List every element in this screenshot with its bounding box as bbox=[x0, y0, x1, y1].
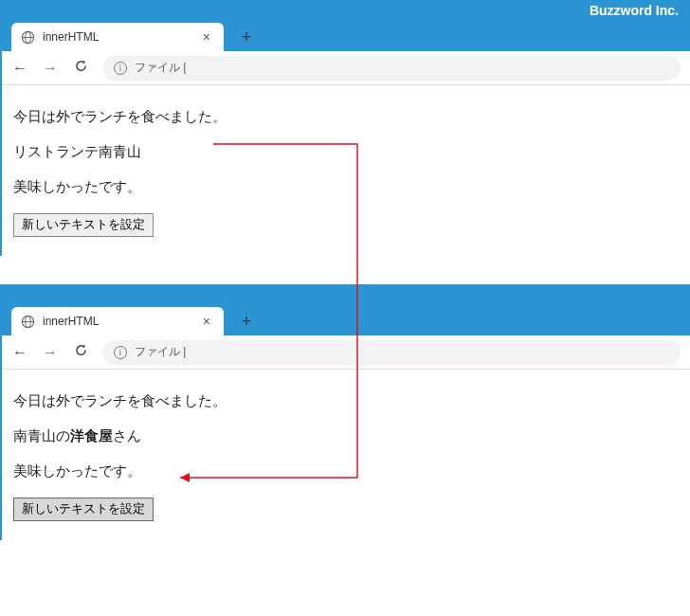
tab-bar: innerHTML × + bbox=[2, 305, 690, 335]
reload-icon[interactable] bbox=[72, 59, 89, 77]
back-icon[interactable]: ← bbox=[11, 60, 28, 77]
page-content: 今日は外でランチを食べました。 リストランテ南青山 美味しかったです。 新しいテ… bbox=[2, 85, 690, 256]
tab-title: innerHTML bbox=[43, 30, 191, 44]
page-content: 今日は外でランチを食べました。 南青山の洋食屋さん 美味しかったです。 新しいテ… bbox=[2, 370, 690, 540]
paragraph-2: 南青山の洋食屋さん bbox=[13, 427, 679, 445]
paragraph-2: リストランテ南青山 bbox=[13, 143, 679, 161]
tab-bar: innerHTML × + bbox=[2, 21, 690, 51]
new-tab-button[interactable]: + bbox=[233, 308, 260, 335]
forward-icon[interactable]: → bbox=[42, 60, 59, 77]
tab-title: innerHTML bbox=[43, 315, 191, 328]
toolbar: ← → i ファイル | bbox=[2, 335, 690, 370]
set-text-button[interactable]: 新しいテキストを設定 bbox=[13, 498, 154, 521]
brand-label: Buzzword Inc. bbox=[590, 3, 679, 18]
address-text: ファイル | bbox=[135, 344, 186, 360]
new-tab-button[interactable]: + bbox=[233, 24, 260, 50]
browser-tab[interactable]: innerHTML × bbox=[11, 23, 224, 51]
panel-gap bbox=[0, 256, 690, 284]
browser-window-top: Buzzword Inc. innerHTML × + ← → i ファイル |… bbox=[0, 0, 690, 256]
paragraph-1: 今日は外でランチを食べました。 bbox=[13, 392, 679, 410]
paragraph-3: 美味しかったです。 bbox=[13, 178, 679, 196]
title-bar bbox=[2, 284, 690, 305]
browser-window-bottom: innerHTML × + ← → i ファイル | 今日は外でランチを食べまし… bbox=[0, 284, 690, 540]
address-bar[interactable]: i ファイル | bbox=[102, 340, 681, 365]
reload-icon[interactable] bbox=[72, 343, 89, 361]
forward-icon[interactable]: → bbox=[42, 344, 59, 361]
toolbar: ← → i ファイル | bbox=[2, 51, 690, 85]
paragraph-1: 今日は外でランチを食べました。 bbox=[13, 108, 679, 126]
globe-icon bbox=[21, 315, 35, 329]
set-text-button[interactable]: 新しいテキストを設定 bbox=[13, 213, 154, 237]
bold-text: 洋食屋 bbox=[70, 427, 113, 444]
title-bar: Buzzword Inc. bbox=[2, 0, 690, 21]
info-icon[interactable]: i bbox=[114, 62, 127, 75]
globe-icon bbox=[21, 30, 35, 45]
browser-tab[interactable]: innerHTML × bbox=[11, 307, 224, 335]
paragraph-3: 美味しかったです。 bbox=[13, 462, 679, 480]
info-icon[interactable]: i bbox=[114, 346, 127, 359]
address-bar[interactable]: i ファイル | bbox=[102, 56, 681, 81]
close-icon[interactable]: × bbox=[199, 29, 214, 45]
close-icon[interactable]: × bbox=[199, 314, 214, 329]
address-text: ファイル | bbox=[135, 60, 186, 76]
back-icon[interactable]: ← bbox=[11, 344, 28, 361]
